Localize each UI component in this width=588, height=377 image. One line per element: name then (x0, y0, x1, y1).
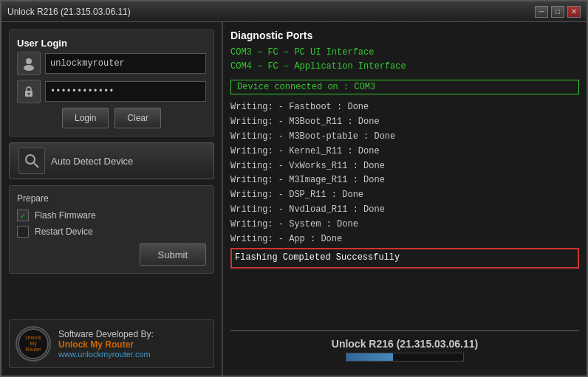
main-window: Unlock R216 (21.315.03.06.11) ─ □ ✕ User… (0, 0, 588, 377)
log-line: Writing: - M3Image_R11 : Done (230, 173, 579, 188)
svg-text:Unlock: Unlock (25, 335, 41, 340)
maximize-button[interactable]: □ (551, 6, 564, 18)
flash-firmware-row: Flash Firmware (17, 210, 206, 221)
connected-badge: Device connected on : COM3 (230, 80, 579, 94)
title-bar: Unlock R216 (21.315.03.06.11) ─ □ ✕ (1, 1, 587, 22)
bottom-bar: Unlock R216 (21.315.03.06.11) (230, 330, 579, 368)
diagnostic-title: Diagnostic Ports (230, 30, 579, 41)
window-title: Unlock R216 (21.315.03.06.11) (7, 7, 131, 17)
user-login-section: User Login (9, 30, 214, 136)
main-content: User Login (1, 22, 587, 376)
developed-by-text: Software Developed By: (58, 329, 154, 339)
login-button[interactable]: Login (62, 108, 109, 128)
right-panel: Diagnostic Ports COM3 – FC – PC UI Inter… (223, 22, 587, 376)
bottom-version-label: Unlock R216 (21.315.03.06.11) (332, 338, 478, 350)
svg-point-3 (28, 93, 30, 95)
log-line: Writing: - System : Done (230, 218, 579, 232)
log-line: Writing: - M3Boot_R11 : Done (230, 115, 579, 130)
username-row (17, 52, 206, 75)
clear-button[interactable]: Clear (114, 108, 161, 128)
svg-point-4 (26, 155, 35, 164)
company-url[interactable]: www.unlockmyrouter.com (58, 350, 154, 359)
log-line: Flashing Completed Successfully (230, 248, 579, 269)
password-input[interactable] (45, 81, 206, 102)
log-line: Writing: - M3Boot-ptable : Done (230, 130, 579, 145)
log-line: Writing: - Nvdload_R11 : Done (230, 203, 579, 218)
restart-device-label: Restart Device (35, 226, 93, 237)
close-button[interactable]: ✕ (567, 6, 581, 18)
svg-line-5 (34, 163, 38, 167)
log-line: Writing: - DSP_R11 : Done (230, 188, 579, 203)
password-row (17, 80, 206, 103)
flash-firmware-checkbox[interactable] (17, 210, 29, 221)
svg-text:My: My (30, 341, 37, 347)
left-footer: Unlock My Router Software Developed By: … (9, 319, 214, 368)
prepare-title: Prepare (17, 193, 206, 204)
restart-device-row: Restart Device (17, 226, 206, 238)
company-name: Unlock My Router (58, 339, 154, 350)
svg-point-1 (24, 65, 34, 71)
port-item-1: COM3 – FC – PC UI Interface (230, 46, 579, 60)
left-panel: User Login (1, 22, 223, 376)
user-icon (17, 52, 41, 75)
logo-icon: Unlock My Router (16, 326, 51, 362)
prepare-section: Prepare Flash Firmware Restart Device Su… (9, 185, 214, 274)
username-input[interactable] (45, 53, 206, 74)
port-item-2: COM4 – FC – Application Interface (230, 60, 579, 74)
auto-detect-button[interactable]: Auto Detect Device (9, 142, 214, 179)
user-login-title: User Login (17, 38, 206, 49)
logo-text-block: Software Developed By: Unlock My Router … (58, 329, 154, 359)
restart-device-checkbox[interactable] (17, 226, 29, 238)
search-icon (18, 148, 45, 174)
minimize-button[interactable]: ─ (535, 6, 548, 18)
progress-bar-fill (346, 353, 393, 361)
log-line: Writing: - Kernel_R11 : Done (230, 145, 579, 159)
flash-firmware-label: Flash Firmware (35, 210, 96, 221)
title-bar-buttons: ─ □ ✕ (535, 6, 581, 18)
auto-detect-label: Auto Detect Device (51, 156, 133, 167)
svg-point-0 (26, 58, 32, 64)
log-area: Writing: - Fastboot : DoneWriting: - M3B… (230, 100, 579, 330)
progress-bar (346, 353, 464, 362)
port-list: COM3 – FC – PC UI Interface COM4 – FC – … (230, 46, 579, 74)
password-icon (17, 80, 41, 103)
log-line: Writing: - Fastboot : Done (230, 100, 579, 115)
submit-row: Submit (17, 243, 206, 266)
submit-button[interactable]: Submit (140, 243, 206, 266)
login-clear-row: Login Clear (17, 108, 206, 128)
svg-text:Router: Router (25, 347, 41, 352)
log-line: Writing: - App : Done (230, 232, 579, 247)
log-line: Writing: - VxWorks_R11 : Done (230, 159, 579, 174)
